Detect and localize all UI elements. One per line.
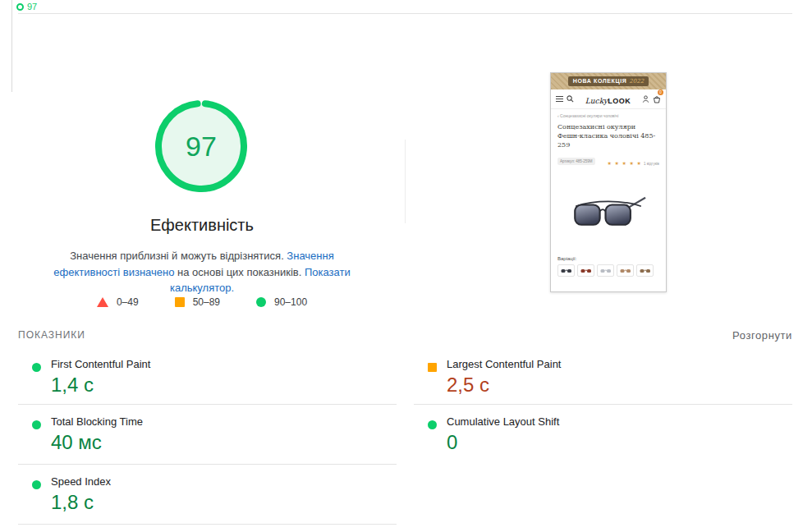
- metrics-column-right: Largest Contentful Paint 2,5 с Cumulativ…: [414, 347, 792, 525]
- legend-range: 0–49: [117, 296, 139, 308]
- legend-range: 90–100: [274, 296, 307, 308]
- star-rating-icon: ★ ★ ★ ★ ★: [607, 161, 642, 166]
- menu-icon: [556, 96, 563, 102]
- legend-range: 50–89: [193, 296, 220, 308]
- metric-label: Speed Index: [51, 475, 397, 488]
- cart-button: 0: [653, 92, 661, 107]
- score-disclaimer: Значення приблизні й можуть відрізнятися…: [48, 248, 356, 296]
- metric-value: 2,5 с: [447, 374, 792, 397]
- promo-year: 2022: [629, 78, 644, 85]
- metric-row-lcp: Largest Contentful Paint 2,5 с: [414, 347, 792, 405]
- metric-row-tbt: Total Blocking Time 40 мс: [18, 405, 397, 465]
- page-screenshot-thumbnail[interactable]: НОВА КОЛЕКЦІЯ 2022 LuckyLOOK: [550, 72, 667, 292]
- promo-text: НОВА КОЛЕКЦІЯ: [573, 78, 627, 84]
- metric-label: Total Blocking Time: [51, 415, 397, 428]
- product-photo: [551, 171, 666, 255]
- logo-main: LOOK: [608, 97, 631, 105]
- score-legend: 0–49 50–89 90–100: [49, 296, 355, 308]
- green-circle-icon: [32, 420, 41, 429]
- mini-gauge-icon: [16, 3, 24, 11]
- account-icon: [642, 95, 649, 103]
- metric-value: 1,4 с: [51, 374, 397, 397]
- metric-value: 40 мс: [51, 431, 397, 454]
- metric-label: First Contentful Paint: [51, 358, 397, 370]
- shot-promo-banner: НОВА КОЛЕКЦІЯ 2022: [551, 73, 666, 89]
- sunglasses-image: [566, 190, 651, 235]
- disclaimer-text: Значення приблизні й можуть відрізнятися…: [70, 250, 287, 262]
- metrics-header: ПОКАЗНИКИ Розгорнути: [18, 328, 792, 347]
- left-edge-divider: [11, 0, 12, 92]
- metrics-column-left: First Contentful Paint 1,4 с Total Block…: [18, 347, 397, 525]
- metric-row-speed-index: Speed Index 1,8 с: [18, 465, 397, 525]
- disclaimer-text-2: на основі цих показників.: [174, 266, 304, 278]
- red-triangle-icon: [97, 297, 108, 307]
- green-circle-icon: [256, 297, 266, 307]
- mini-score: 97: [27, 2, 37, 11]
- metrics-grid: First Contentful Paint 1,4 с Total Block…: [18, 347, 792, 525]
- variant-tile: [577, 264, 594, 277]
- shot-product-meta: Артикул: 485-259М ★ ★ ★ ★ ★1 відгуків: [551, 151, 666, 171]
- shot-breadcrumb: ‹ Сонцезахисні окуляри чоловічі: [551, 109, 666, 120]
- metric-value: 1,8 с: [51, 491, 397, 514]
- performance-gauge[interactable]: 97: [152, 97, 250, 195]
- metrics-section-title: ПОКАЗНИКИ: [18, 329, 85, 341]
- sticky-score-pill[interactable]: 97: [16, 2, 37, 11]
- green-circle-icon: [428, 420, 437, 429]
- cart-icon: [653, 95, 661, 103]
- variant-tile: [597, 264, 614, 277]
- variant-swatches: [551, 263, 666, 282]
- green-circle-icon: [32, 363, 41, 372]
- legend-item-average: 50–89: [175, 296, 220, 308]
- cart-badge: 0: [658, 89, 663, 95]
- lighthouse-performance-report: 97 97 Ефективність Значення приблизні й …: [0, 0, 812, 532]
- logo-script: Lucky: [585, 97, 608, 105]
- metric-label: Cumulative Layout Shift: [447, 415, 792, 428]
- top-divider: [18, 13, 792, 14]
- metric-label: Largest Contentful Paint: [447, 358, 792, 370]
- search-icon: [567, 95, 574, 103]
- center-divider: [405, 140, 406, 223]
- legend-item-pass: 90–100: [256, 296, 307, 308]
- variants-label: Варіації:: [551, 255, 666, 263]
- shot-product-title: Сонцезахисні окуляри Фешн-класика чолові…: [551, 120, 666, 151]
- category-title: Ефективність: [49, 216, 355, 235]
- shot-header: LuckyLOOK 0: [551, 89, 666, 109]
- orange-square-icon: [175, 297, 185, 307]
- variant-tile: [557, 264, 575, 277]
- orange-square-icon: [428, 363, 437, 372]
- review-count: 1 відгуків: [644, 162, 659, 166]
- variant-tile: [617, 264, 634, 277]
- metric-row-cls: Cumulative Layout Shift 0: [414, 405, 792, 465]
- metric-value: 0: [447, 431, 792, 454]
- shop-logo: LuckyLOOK: [577, 93, 639, 106]
- expand-button[interactable]: Розгорнути: [732, 329, 792, 342]
- green-circle-icon: [32, 480, 41, 489]
- metric-row-fcp: First Contentful Paint 1,4 с: [18, 347, 397, 405]
- variant-tile: [636, 264, 654, 277]
- sku-chip: Артикул: 485-259М: [557, 158, 595, 165]
- legend-item-fail: 0–49: [97, 296, 139, 308]
- gauge-score: 97: [152, 97, 250, 195]
